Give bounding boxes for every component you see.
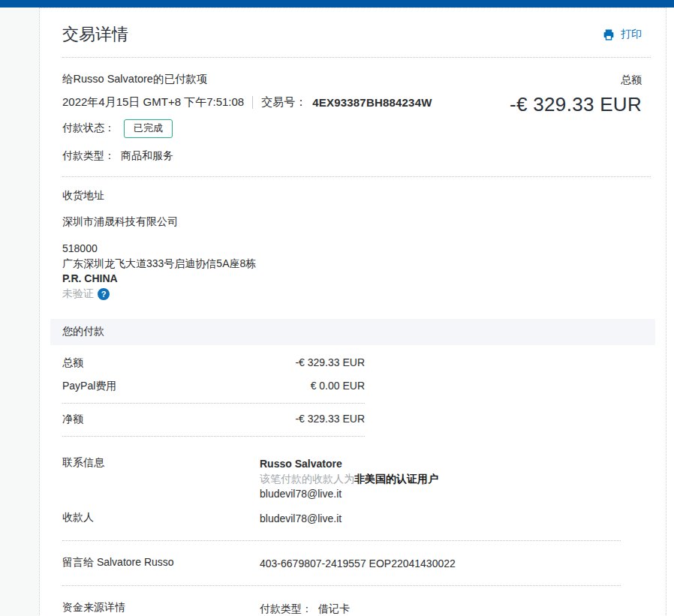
payment-heading: 给Russo Salvatore的已付款项 [62,72,432,86]
top-nav-bar [0,0,674,8]
divider-above-net [62,403,365,404]
funding-type-label: 付款类型： [260,602,312,614]
print-button[interactable]: 打印 [602,28,642,41]
payee-row: 收款人 bludevil78@live.it [62,511,636,526]
table-row-total: 总额 -€ 329.33 EUR [62,356,365,370]
payment-summary-left: 给Russo Salvatore的已付款项 2022年4月15日 GMT+8 下… [62,72,432,175]
message-value: 403-6679807-2419557 EOP22041430022 [260,556,636,571]
shipping-address-section: 收货地址 深圳市浦晟科技有限公司 518000 广东深圳龙飞大道333号启迪协信… [40,177,666,319]
divider-after-message [62,585,621,586]
payee-note: 该笔付款的收款人为非美国的认证用户 [260,471,636,486]
card-header: 交易详情 打印 [40,8,666,57]
your-payment-band: 您的付款 [50,319,655,345]
payment-status-row: 付款状态： 已完成 [62,119,432,137]
message-row: 留言给 Salvatore Russo 403-6679807-2419557 … [62,556,636,571]
row-value: € 0.00 EUR [267,380,365,393]
payee-label: 收款人 [62,511,260,526]
contact-info-value: Russo Salvatore 该笔付款的收款人为非美国的认证用户 bludev… [260,456,636,501]
details-rows: 联系信息 Russo Salvatore 该笔付款的收款人为非美国的认证用户 b… [40,446,666,616]
contact-email: bludevil78@live.it [260,486,636,501]
message-label: 留言给 Salvatore Russo [62,556,260,571]
shipping-address-heading: 收货地址 [62,189,642,203]
contact-info-label: 联系信息 [62,456,260,501]
payee-name: Russo Salvatore [260,456,636,471]
funding-type-value: 借记卡 [318,602,350,614]
row-label: 净额 [62,413,267,426]
transaction-id-label: 交易号： [261,95,306,110]
payee-note-gray: 该笔付款的收款人为 [260,473,354,485]
funding-source-value: 付款类型：借记卡 资金来源：-€ 329.33 EUR - 尾号为x-9567的… [260,601,636,616]
contact-info-row: 联系信息 Russo Salvatore 该笔付款的收款人为非美国的认证用户 b… [62,456,636,501]
shipping-street: 广东深圳龙飞大道333号启迪协信5A座8栋 [62,256,642,271]
total-amount: -€ 329.33 EUR [510,93,642,116]
row-value: -€ 329.33 EUR [267,413,365,426]
vertical-divider [252,96,253,109]
payment-type-label: 付款类型： [62,149,115,163]
payment-summary-section: 给Russo Salvatore的已付款项 2022年4月15日 GMT+8 下… [40,58,666,176]
help-question-icon[interactable]: ? [98,288,110,300]
payment-amounts-table: 总额 -€ 329.33 EUR PayPal费用 € 0.00 EUR 净额 … [40,345,666,437]
payment-summary-right: 总额 -€ 329.33 EUR [510,72,642,175]
row-label: 总额 [62,356,267,370]
printer-icon [602,29,615,41]
unverified-label: 未验证 [62,287,94,301]
table-row-fee: PayPal费用 € 0.00 EUR [62,380,365,393]
divider-after-payee [62,540,621,541]
shipping-country: P.R. CHINA [62,271,642,286]
funding-type-line: 付款类型：借记卡 [260,601,636,616]
page-title: 交易详情 [62,23,128,46]
payment-type-row: 付款类型： 商品和服务 [62,147,432,165]
row-label: PayPal费用 [62,380,267,393]
divider-below-net [62,436,365,437]
address-verification-row: 未验证 ? [62,287,642,301]
transaction-id-value: 4EX93387BH884234W [312,96,432,109]
shipping-postal-code: 518000 [62,241,642,256]
page-left-gutter [0,8,39,616]
payment-type-value: 商品和服务 [121,149,173,163]
transaction-details-card: 交易详情 打印 给Russo Salvatore的已付款项 2022年4月15日… [39,8,666,616]
print-label: 打印 [621,28,642,41]
funding-source-label: 资金来源详情 [62,601,260,616]
total-label: 总额 [510,74,642,87]
table-row-net: 净额 -€ 329.33 EUR [62,413,365,426]
payment-status-label: 付款状态： [62,122,115,135]
date-transaction-row: 2022年4月15日 GMT+8 下午7:51:08 交易号： 4EX93387… [62,95,432,110]
row-value: -€ 329.33 EUR [267,356,365,370]
payee-note-bold: 非美国的认证用户 [354,473,438,485]
status-badge: 已完成 [124,119,173,138]
funding-source-row: 资金来源详情 付款类型：借记卡 资金来源：-€ 329.33 EUR - 尾号为… [62,601,636,616]
payee-email: bludevil78@live.it [260,511,636,526]
shipping-company: 深圳市浦晟科技有限公司 [62,215,642,229]
transaction-datetime: 2022年4月15日 GMT+8 下午7:51:08 [62,95,244,110]
